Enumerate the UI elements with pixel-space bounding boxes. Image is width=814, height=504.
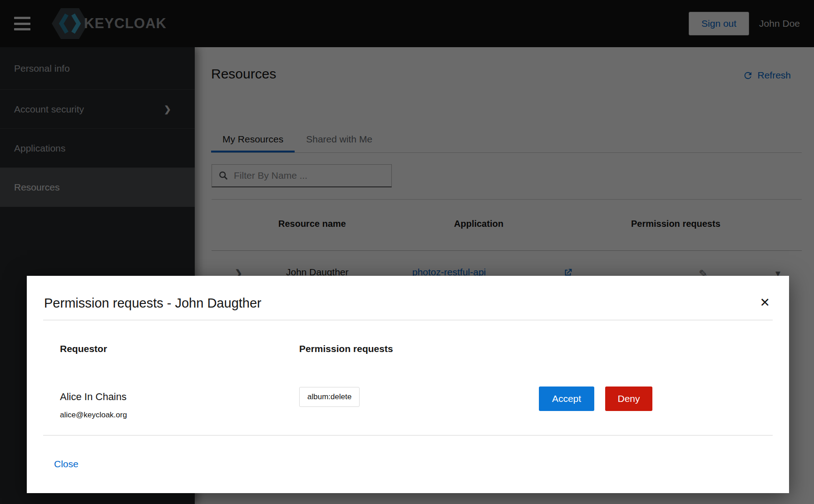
deny-button[interactable]: Deny <box>605 387 652 411</box>
divider <box>43 320 773 320</box>
scope-chip-label: album:delete <box>307 392 351 401</box>
scope-chip: album:delete <box>299 387 360 407</box>
permission-requests-modal: Permission requests - John Daugther ✕ Re… <box>27 276 789 493</box>
modal-close-link[interactable]: Close <box>54 459 79 470</box>
modal-column-requestor: Requestor <box>60 343 107 354</box>
divider <box>43 435 773 435</box>
close-icon[interactable]: ✕ <box>760 297 770 309</box>
requestor-name: Alice In Chains <box>60 391 127 403</box>
app-window: KEYCLOAK Sign out John Doe Personal info… <box>0 0 814 504</box>
modal-column-permission-requests: Permission requests <box>299 343 393 354</box>
accept-button[interactable]: Accept <box>539 387 594 411</box>
requestor-email: alice@keycloak.org <box>60 411 127 420</box>
modal-title: Permission requests - John Daugther <box>44 296 261 311</box>
